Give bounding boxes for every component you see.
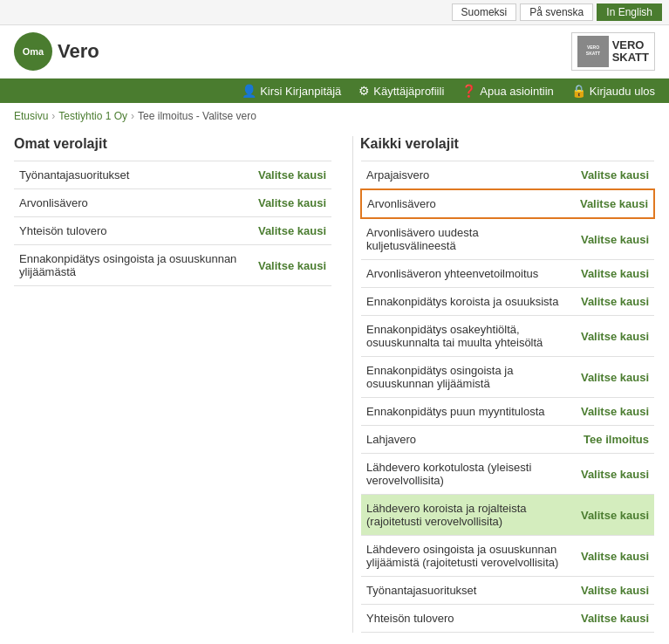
- left-tax-table: Työnantajasuoritukset Valitse kausi Arvo…: [14, 161, 331, 286]
- lock-icon: 🔒: [571, 84, 586, 98]
- tax-action[interactable]: Valitse kausi: [575, 536, 654, 577]
- list-item: Ennakonpidätys osakeyhtiöltä, osuuskunna…: [361, 316, 654, 357]
- list-item: Yhteisön tulovero Valitse kausi: [361, 605, 654, 633]
- right-tax-table: Arpajaisvero Valitse kausi Arvonlisävero…: [360, 161, 655, 633]
- breadcrumb-sep2: ›: [131, 110, 134, 122]
- vero-skatt-logo: VERO SKATT VEROSKATT: [571, 32, 655, 71]
- lang-svenska[interactable]: På svenska: [520, 3, 593, 21]
- nav-kirjaudu[interactable]: 🔒 Kirjaudu ulos: [571, 84, 655, 98]
- tax-action[interactable]: Valitse kausi: [575, 398, 654, 426]
- tax-action[interactable]: Valitse kausi: [575, 161, 654, 190]
- tax-action[interactable]: Valitse kausi: [575, 260, 654, 288]
- list-item: Ennakonpidätys osingoista ja osuuskunnan…: [361, 357, 654, 398]
- tax-name: Arpajaisvero: [361, 161, 575, 190]
- tax-name: Ennakonpidätys puun myyntitulosta: [361, 398, 575, 426]
- list-item: Työnantajasuoritukset Valitse kausi: [361, 577, 654, 605]
- right-column: Kaikki verolajit Arpajaisvero Valitse ka…: [360, 136, 655, 633]
- tax-name: Työnantajasuoritukset: [361, 577, 575, 605]
- list-item: Lahjavero Tee ilmoitus: [361, 426, 654, 454]
- action-link[interactable]: Valitse kausi: [258, 224, 326, 237]
- tax-name: Ennakonpidätys koroista ja osuuksista: [361, 288, 575, 316]
- tax-name: Arvonlisävero: [361, 189, 575, 218]
- tax-name: Lahjavero: [361, 426, 575, 454]
- nav-kirsi[interactable]: 👤 Kirsi Kirjanpitäjä: [242, 84, 341, 98]
- nav-bar: 👤 Kirsi Kirjanpitäjä ⚙ Käyttäjäprofiili …: [0, 79, 669, 103]
- action-link[interactable]: Valitse kausi: [581, 295, 649, 308]
- list-item: Ennakonpidätys koroista ja osuuksista Va…: [361, 288, 654, 316]
- tax-name: Lähdevero osingoista ja osuuskunnan ylij…: [361, 536, 575, 577]
- action-link[interactable]: Valitse kausi: [580, 197, 648, 210]
- tax-name: Ennakonpidätys osingoista ja osuuskunnan…: [14, 245, 253, 286]
- tax-action[interactable]: Valitse kausi: [253, 189, 331, 217]
- tax-action[interactable]: Valitse kausi: [253, 161, 331, 189]
- tax-action[interactable]: Tee ilmoitus: [575, 426, 654, 454]
- action-link[interactable]: Valitse kausi: [258, 259, 326, 272]
- list-item: Lähdevero osingoista ja osuuskunnan ylij…: [361, 536, 654, 577]
- language-bar: Suomeksi På svenska In English: [0, 0, 669, 25]
- tax-name: Työnantajasuoritukset: [14, 161, 253, 189]
- list-item: Ennakonpidätys puun myyntitulosta Valits…: [361, 398, 654, 426]
- action-link[interactable]: Valitse kausi: [581, 267, 649, 280]
- tax-action[interactable]: Valitse kausi: [253, 217, 331, 245]
- vero-skatt-icon: VERO SKATT: [577, 36, 609, 67]
- nav-kayttajaprofiili[interactable]: ⚙ Käyttäjäprofiili: [358, 84, 444, 98]
- list-item: Arvonlisävero Valitse kausi: [361, 189, 654, 218]
- tax-action[interactable]: Valitse kausi: [575, 454, 654, 495]
- left-column: Omat verolajit Työnantajasuoritukset Val…: [14, 136, 345, 633]
- breadcrumb-etusivu[interactable]: Etusivu: [14, 110, 48, 122]
- action-link[interactable]: Valitse kausi: [581, 468, 649, 481]
- action-link[interactable]: Valitse kausi: [581, 405, 649, 418]
- svg-text:VERO: VERO: [587, 45, 599, 50]
- tax-action[interactable]: Valitse kausi: [575, 495, 654, 536]
- tax-action[interactable]: Valitse kausi: [575, 577, 654, 605]
- left-section-title: Omat verolajit: [14, 136, 331, 152]
- breadcrumb: Etusivu › Testiyhtio 1 Oy › Tee ilmoitus…: [0, 103, 669, 129]
- main-content: Omat verolajit Työnantajasuoritukset Val…: [0, 129, 669, 640]
- action-link[interactable]: Valitse kausi: [581, 330, 649, 343]
- column-divider: [352, 136, 353, 633]
- action-link[interactable]: Valitse kausi: [581, 612, 649, 625]
- action-link[interactable]: Valitse kausi: [581, 233, 649, 246]
- list-item: Ennakonpidätys osingoista ja osuuskunnan…: [14, 245, 331, 286]
- tax-name: Lähdevero korkotulosta (yleisesti verove…: [361, 454, 575, 495]
- action-link[interactable]: Valitse kausi: [581, 509, 649, 522]
- lang-suomeksi[interactable]: Suomeksi: [452, 3, 517, 21]
- oma-logo: Oma: [14, 32, 52, 71]
- tax-action[interactable]: Valitse kausi: [253, 245, 331, 286]
- action-link[interactable]: Valitse kausi: [581, 371, 649, 384]
- action-link[interactable]: Valitse kausi: [258, 168, 326, 182]
- vero-logo-text: Vero: [58, 40, 99, 63]
- tax-name: Arvonlisävero: [14, 189, 253, 217]
- tax-action[interactable]: Valitse kausi: [575, 189, 654, 218]
- tax-action[interactable]: Valitse kausi: [575, 316, 654, 357]
- tax-name: Lähdevero koroista ja rojalteista (rajoi…: [361, 495, 575, 536]
- breadcrumb-testiyhtio[interactable]: Testiyhtio 1 Oy: [58, 110, 127, 122]
- tax-action[interactable]: Valitse kausi: [575, 288, 654, 316]
- list-item: Arvonlisävero Valitse kausi: [14, 189, 331, 217]
- site-header: Oma Vero VERO SKATT VEROSKATT: [0, 25, 669, 79]
- list-item: Arvonlisäveron yhteenvetoilmoitus Valits…: [361, 260, 654, 288]
- tax-name: Ennakonpidätys osakeyhtiöltä, osuuskunna…: [361, 316, 575, 357]
- action-link[interactable]: Valitse kausi: [581, 550, 649, 563]
- list-item: Lähdevero koroista ja rojalteista (rajoi…: [361, 495, 654, 536]
- list-item: Työnantajasuoritukset Valitse kausi: [14, 161, 331, 189]
- tax-action[interactable]: Valitse kausi: [575, 357, 654, 398]
- nav-apu[interactable]: ❓ Apua asiointiin: [461, 84, 554, 98]
- action-link[interactable]: Tee ilmoitus: [584, 433, 649, 446]
- tax-name: Yhteisön tulovero: [14, 217, 253, 245]
- list-item: Arpajaisvero Valitse kausi: [361, 161, 654, 190]
- action-link[interactable]: Valitse kausi: [581, 168, 649, 182]
- logo-area: Oma Vero: [14, 32, 99, 71]
- action-link[interactable]: Valitse kausi: [581, 584, 649, 597]
- breadcrumb-sep1: ›: [51, 110, 55, 122]
- gear-icon: ⚙: [358, 84, 370, 98]
- list-item: Arvonlisävero uudesta kuljetusvälineestä…: [361, 218, 654, 260]
- tax-action[interactable]: Valitse kausi: [575, 605, 654, 633]
- right-section-title: Kaikki verolajit: [360, 136, 655, 152]
- breadcrumb-current: Tee ilmoitus - Valitse vero: [138, 110, 256, 122]
- action-link[interactable]: Valitse kausi: [258, 196, 326, 209]
- lang-english[interactable]: In English: [597, 3, 662, 21]
- tax-name: Ennakonpidätys osingoista ja osuuskunnan…: [361, 357, 575, 398]
- tax-action[interactable]: Valitse kausi: [575, 218, 654, 260]
- tax-name: Arvonlisävero uudesta kuljetusvälineestä: [361, 218, 575, 260]
